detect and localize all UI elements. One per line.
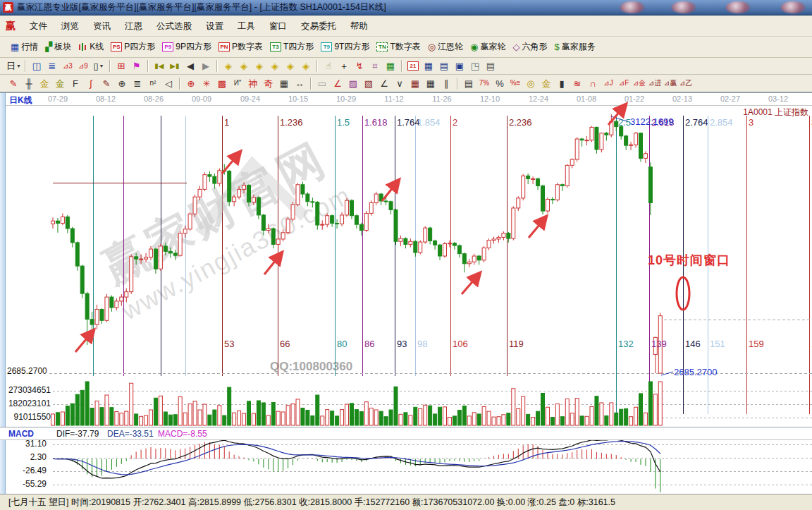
tool-angle-jin[interactable]: ⊿进 [647, 76, 663, 90]
hand-tool-button[interactable]: ☝ [321, 59, 336, 73]
menu-item-江恩[interactable]: 江恩 [118, 18, 149, 34]
diamond-left-button[interactable]: ◈ [221, 59, 236, 73]
tool-target-star[interactable]: ✳ [199, 76, 214, 90]
p-square-button[interactable]: PSP四方形 [107, 40, 159, 54]
marker-tool-button[interactable]: ↯ [352, 59, 367, 73]
tool-7-percent[interactable]: 7% [476, 76, 492, 90]
t-number-table-button[interactable]: TNT数字表 [373, 40, 424, 54]
candle-body [457, 245, 461, 254]
tool-fib-price[interactable]: F [68, 76, 83, 90]
menu-item-公式选股[interactable]: 公式选股 [149, 18, 199, 34]
tool-angle-j[interactable]: ⊿J [601, 76, 616, 90]
menu-item-文件[interactable]: 文件 [23, 18, 54, 34]
period-daily-button[interactable]: 日▼ [6, 59, 22, 73]
tool-percent-lines[interactable]: %≡ [508, 76, 523, 90]
tool-angle-f[interactable]: ⊿F [616, 76, 632, 90]
chart-3-button[interactable]: ⊿3 [60, 59, 75, 73]
window-layout-button[interactable]: ◫ [29, 59, 44, 73]
tool-cycle-circle[interactable]: ⊕ [114, 76, 130, 90]
kline-button[interactable]: K线 [75, 40, 107, 54]
flag-indicator-button[interactable]: ⚑ [129, 59, 144, 73]
tool-pen-2[interactable]: ✎ [99, 76, 114, 90]
tool-box[interactable]: ▭ [314, 76, 330, 90]
tool-time-div[interactable]: ╫ [21, 76, 37, 90]
candle-style-button[interactable]: ▯▼ [91, 59, 106, 73]
info-doc-button[interactable]: ≣ [44, 59, 60, 73]
tool-grid-123[interactable]: ▦ [276, 76, 292, 90]
diamond-collapse-button[interactable]: ◈ [267, 59, 283, 73]
tool-fan-box[interactable]: ▨ [345, 76, 361, 90]
first-bar-button[interactable]: ▮◀ [152, 59, 167, 73]
menu-item-窗口[interactable]: 窗口 [262, 18, 294, 34]
tool-target-circle[interactable]: ⊕ [183, 76, 199, 90]
calculator-button[interactable]: ▦ [421, 59, 436, 73]
tool-magic-number-2[interactable]: 奇 [261, 76, 276, 90]
diamond-full-button[interactable]: ◈ [298, 59, 314, 73]
gann-tool-button[interactable]: ⌗ [367, 59, 383, 73]
tool-angle-ying[interactable]: ⊿赢 [663, 76, 678, 90]
tool-price-div[interactable]: ≣ [130, 76, 145, 90]
winner-wheel-button[interactable]: ◉赢家轮 [467, 40, 509, 54]
winner-service-button[interactable]: $赢家服务 [550, 40, 598, 54]
prev-bar-button[interactable]: ◀ [183, 59, 198, 73]
titlebar[interactable]: 赢 赢家江恩专业版[赢家服务平台][赢家服务平台][赢家服务平台] - [上证指… [0, 0, 812, 16]
puzzle-button[interactable]: ▦ [383, 59, 398, 73]
tool-horizontal-span[interactable]: ↔ [292, 76, 307, 90]
tool-grid-box[interactable]: ▦ [423, 76, 438, 90]
cards-button[interactable]: ◳ [467, 59, 483, 73]
tool-v-shape[interactable]: ∨ [392, 76, 407, 90]
menu-item-浏览[interactable]: 浏览 [54, 18, 86, 34]
p9-square-button[interactable]: P99P四方形 [159, 40, 215, 54]
multi-window-button[interactable]: ⊞ [113, 59, 129, 73]
gann-wheel-button[interactable]: ◎江恩轮 [424, 40, 467, 54]
tool-angle-flag[interactable]: ◁ [161, 76, 176, 90]
tool-price-ruler[interactable]: ▤ [461, 76, 476, 90]
tool-gold-circle[interactable]: ◎ [523, 76, 539, 90]
tool-square-n2[interactable]: n² [145, 76, 161, 90]
volume-bar [359, 412, 363, 425]
save-button[interactable]: ▣ [452, 59, 467, 73]
t9-square-button[interactable]: T99T四方形 [317, 40, 373, 54]
quotes-button[interactable]: ▦行情 [7, 40, 42, 54]
tool-gold-lines[interactable]: 金 [539, 76, 554, 90]
tool-n-quote[interactable]: И″ [230, 76, 245, 90]
tool-gold-arc[interactable]: ∩ [585, 76, 601, 90]
tool-angle-gold[interactable]: ⊿金 [632, 76, 647, 90]
print-button[interactable]: ▤ [483, 59, 498, 73]
tool-angle-pen[interactable]: ∠ [376, 76, 392, 90]
menu-item-资讯[interactable]: 资讯 [86, 18, 118, 34]
tool-angle-yi[interactable]: ⊿乙 [678, 76, 694, 90]
sectors-button[interactable]: ▞板块 [42, 40, 75, 54]
tool-pen[interactable]: ✎ [6, 76, 21, 90]
titlebar-close-stamp[interactable] [781, 1, 805, 13]
p-number-table-button[interactable]: PNP数字表 [215, 40, 266, 54]
calendar-button[interactable]: 21 [405, 59, 421, 73]
tool-target-grid[interactable]: ▩ [214, 76, 230, 90]
notes-button[interactable]: ▤ [436, 59, 452, 73]
t-square-button[interactable]: T3T四方形 [266, 40, 317, 54]
menu-item-工具[interactable]: 工具 [230, 18, 262, 34]
menu-item-帮助[interactable]: 帮助 [343, 18, 375, 34]
tool-percent[interactable]: % [492, 76, 508, 90]
diamond-expand-button[interactable]: ◈ [283, 59, 298, 73]
tool-magic-number[interactable]: 神 [245, 76, 261, 90]
tool-wave[interactable]: ≋ [570, 76, 585, 90]
diamond-hsplit-button[interactable]: ◈ [252, 59, 267, 73]
chart-9-button[interactable]: ⊿9 [75, 59, 91, 73]
tool-fan-fill[interactable]: ▧ [361, 76, 376, 90]
tool-arc[interactable]: ∫ [83, 76, 99, 90]
diamond-right-button[interactable]: ◈ [236, 59, 252, 73]
tool-fan[interactable]: ∠ [330, 76, 345, 90]
volume-bar [228, 387, 231, 425]
last-bar-button[interactable]: ▶▮ [167, 59, 183, 73]
tool-gold-section-2[interactable]: 金 [52, 76, 68, 90]
next-bar-button[interactable]: ▶ [198, 59, 214, 73]
tool-candle-pen[interactable]: ▮ [554, 76, 570, 90]
tool-gold-section[interactable]: 金 [37, 76, 52, 90]
crosshair-button[interactable]: ＋ [336, 59, 352, 73]
menu-item-交易委托[interactable]: 交易委托 [294, 18, 343, 34]
hexagon-button[interactable]: ◇六角形 [509, 40, 550, 54]
menu-item-设置[interactable]: 设置 [199, 18, 230, 34]
tool-dense-grid[interactable]: ▦ [407, 76, 423, 90]
tool-parallel-lines[interactable]: ∥ [438, 76, 454, 90]
